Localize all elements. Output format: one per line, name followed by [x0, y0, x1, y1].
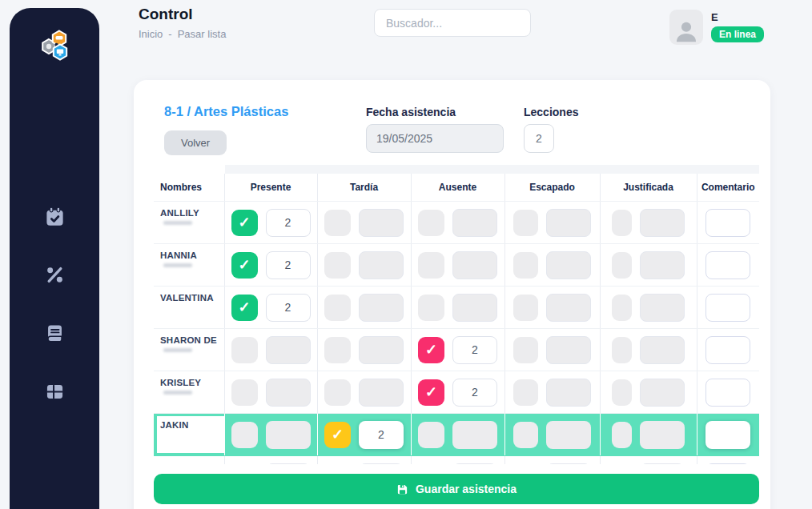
comment-input[interactable]	[705, 294, 750, 322]
presente-lessons-input[interactable]	[266, 251, 311, 279]
calendar-check-icon[interactable]	[42, 203, 67, 229]
justificada-lessons-input[interactable]	[640, 379, 685, 407]
presente-checkbox[interactable]	[231, 379, 258, 406]
ausente-checkbox[interactable]: ✓	[418, 337, 444, 363]
tardia-checkbox[interactable]	[324, 337, 351, 363]
card-header: 8-1 / Artes Plásticas Volver Fecha asist…	[164, 96, 759, 155]
tardia-checkbox[interactable]	[324, 464, 351, 465]
comment-input[interactable]	[705, 421, 750, 449]
avatar[interactable]	[669, 10, 703, 45]
presente-checkbox[interactable]: ✓	[231, 210, 258, 236]
table-row: FRISBH	[154, 456, 759, 465]
tardia-checkbox[interactable]	[324, 210, 351, 236]
table-grid-icon[interactable]	[42, 379, 67, 404]
save-attendance-button[interactable]: Guardar asistencia	[154, 474, 759, 504]
escapado-checkbox[interactable]	[513, 295, 538, 321]
ausente-lessons-input[interactable]	[452, 336, 497, 364]
justificada-lessons-input[interactable]	[640, 463, 685, 465]
justificada-lessons-input[interactable]	[640, 421, 685, 449]
tardia-lessons-input[interactable]	[359, 379, 404, 407]
presente-lessons-input[interactable]	[266, 421, 311, 449]
ausente-checkbox[interactable]: ✓	[418, 379, 444, 406]
presente-checkbox[interactable]: ✓	[231, 252, 258, 279]
student-name: VALENTINA	[160, 293, 223, 303]
breadcrumb-home[interactable]: Inicio	[139, 28, 163, 40]
tardia-lessons-input[interactable]	[359, 463, 404, 465]
book-icon[interactable]	[42, 320, 67, 346]
tardia-lessons-input[interactable]	[359, 336, 404, 364]
presente-checkbox[interactable]	[231, 422, 258, 448]
presente-lessons-input[interactable]	[266, 336, 311, 364]
presente-checkbox[interactable]	[231, 464, 258, 465]
lessons-count-input[interactable]	[524, 124, 554, 153]
ausente-lessons-input[interactable]	[452, 463, 497, 465]
escapado-lessons-input[interactable]	[546, 379, 591, 407]
ausente-checkbox[interactable]	[418, 295, 444, 321]
escapado-checkbox[interactable]	[513, 422, 538, 448]
column-header-nombres: Nombres	[154, 170, 224, 202]
presente-lessons-input[interactable]	[266, 379, 311, 407]
ausente-lessons-input[interactable]	[452, 379, 497, 407]
tardia-checkbox[interactable]: ✓	[324, 422, 351, 448]
tardia-checkbox[interactable]	[324, 379, 351, 406]
escapado-checkbox[interactable]	[513, 337, 538, 363]
escapado-checkbox[interactable]	[513, 210, 538, 236]
escapado-lessons-input[interactable]	[546, 421, 591, 449]
escapado-checkbox[interactable]	[513, 379, 538, 406]
column-header-justificada: Justificada	[600, 170, 697, 202]
ausente-checkbox[interactable]	[418, 210, 444, 236]
tardia-lessons-input[interactable]	[359, 209, 404, 237]
justificada-checkbox[interactable]	[612, 252, 632, 279]
ausente-lessons-input[interactable]	[452, 294, 497, 322]
ausente-checkbox[interactable]	[418, 464, 444, 465]
ausente-lessons-input[interactable]	[452, 209, 497, 237]
comment-input[interactable]	[705, 336, 750, 364]
tardia-checkbox[interactable]	[324, 295, 351, 321]
comment-input[interactable]	[705, 379, 750, 407]
escapado-checkbox[interactable]	[513, 464, 538, 465]
escapado-lessons-input[interactable]	[546, 209, 591, 237]
date-label: Fecha asistencia	[366, 106, 504, 118]
app-logo-icon	[35, 27, 74, 66]
comment-input[interactable]	[705, 251, 750, 279]
ausente-checkbox[interactable]	[418, 252, 444, 279]
presente-lessons-input[interactable]	[266, 209, 311, 237]
online-status-badge: En linea	[711, 26, 764, 42]
escapado-lessons-input[interactable]	[546, 251, 591, 279]
presente-checkbox[interactable]	[231, 337, 258, 363]
floppy-disk-icon	[396, 483, 408, 495]
presente-checkbox[interactable]: ✓	[231, 295, 258, 321]
comment-input[interactable]	[705, 209, 750, 237]
search-input[interactable]	[374, 9, 531, 37]
comment-input[interactable]	[705, 463, 750, 465]
tardia-lessons-input[interactable]	[359, 294, 404, 322]
ausente-lessons-input[interactable]	[452, 421, 497, 449]
escapado-lessons-input[interactable]	[546, 294, 591, 322]
presente-lessons-input[interactable]	[266, 294, 311, 322]
justificada-checkbox[interactable]	[612, 422, 632, 448]
back-button[interactable]: Volver	[164, 130, 227, 155]
justificada-checkbox[interactable]	[612, 464, 632, 465]
escapado-checkbox[interactable]	[513, 252, 538, 279]
redacted-surname	[163, 348, 192, 352]
user-block[interactable]: E En linea	[669, 10, 764, 45]
justificada-lessons-input[interactable]	[640, 251, 685, 279]
escapado-lessons-input[interactable]	[546, 336, 591, 364]
justificada-lessons-input[interactable]	[640, 294, 685, 322]
percent-icon[interactable]	[42, 262, 67, 287]
ausente-lessons-input[interactable]	[452, 251, 497, 279]
presente-lessons-input[interactable]	[266, 463, 311, 465]
attendance-date-input[interactable]	[366, 124, 504, 153]
tardia-checkbox[interactable]	[324, 252, 351, 279]
justificada-checkbox[interactable]	[612, 210, 632, 236]
student-name: KRISLEY	[160, 378, 223, 387]
tardia-lessons-input[interactable]	[359, 421, 404, 449]
justificada-lessons-input[interactable]	[640, 336, 685, 364]
ausente-checkbox[interactable]	[418, 422, 444, 448]
justificada-checkbox[interactable]	[612, 379, 632, 406]
justificada-lessons-input[interactable]	[640, 209, 685, 237]
justificada-checkbox[interactable]	[612, 337, 632, 363]
justificada-checkbox[interactable]	[612, 295, 632, 321]
escapado-lessons-input[interactable]	[546, 463, 591, 465]
tardia-lessons-input[interactable]	[359, 251, 404, 279]
